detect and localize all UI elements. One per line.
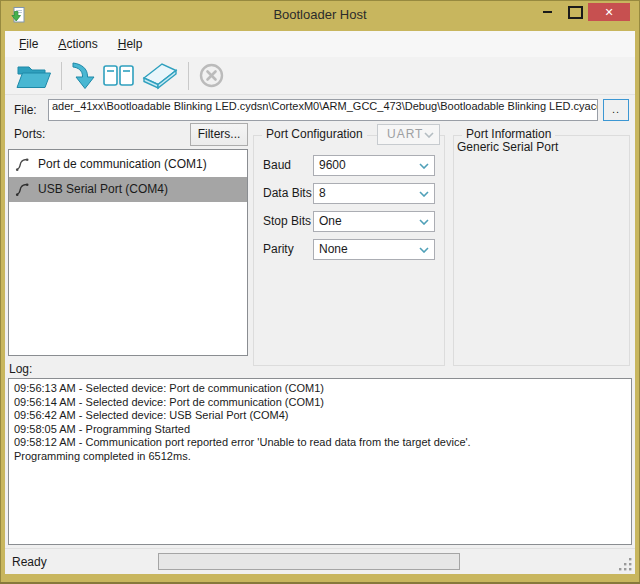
protocol-select[interactable]: UART <box>377 124 440 145</box>
chevron-down-icon <box>424 132 434 138</box>
port-item-label: Port de communication (COM1) <box>38 157 207 171</box>
serial-port-icon <box>15 182 30 197</box>
serial-port-icon <box>15 157 30 172</box>
menu-actions[interactable]: Actions <box>48 31 107 57</box>
port-information-group: Port Information Generic Serial Port <box>453 135 630 366</box>
parity-label: Parity <box>263 242 294 256</box>
progress-bar <box>158 553 460 570</box>
ports-listbox[interactable]: Port de communication (COM1) USB Serial … <box>8 149 248 356</box>
parity-select[interactable]: None <box>313 239 435 260</box>
log-label: Log: <box>9 362 32 376</box>
stop-bits-label: Stop Bits <box>263 214 311 228</box>
open-file-button[interactable] <box>13 59 55 93</box>
ports-label: Ports: <box>14 127 45 141</box>
port-item-label: USB Serial Port (COM4) <box>38 182 168 196</box>
status-bar: Ready <box>5 548 635 574</box>
abort-button[interactable] <box>195 59 228 93</box>
toolbar <box>5 57 635 95</box>
abort-icon <box>198 62 225 89</box>
toolbar-separator <box>61 62 62 90</box>
port-information-title: Port Information <box>462 127 555 141</box>
port-information-text: Generic Serial Port <box>457 140 629 154</box>
toolbar-separator <box>188 62 189 90</box>
data-bits-select[interactable]: 8 <box>313 183 435 204</box>
chevron-down-icon <box>419 163 429 169</box>
filters-button[interactable]: Filters... <box>190 123 248 146</box>
menu-file[interactable]: File <box>9 31 48 57</box>
chevron-down-icon <box>419 247 429 253</box>
maximize-button[interactable] <box>565 4 583 22</box>
log-line: 09:56:13 AM - Selected device: Port de c… <box>14 382 626 396</box>
open-folder-icon <box>16 61 52 90</box>
baud-label: Baud <box>263 158 291 172</box>
port-item-com4[interactable]: USB Serial Port (COM4) <box>9 177 247 202</box>
log-output[interactable]: 09:56:13 AM - Selected device: Port de c… <box>8 378 632 545</box>
log-line: 09:56:42 AM - Selected device: USB Seria… <box>14 409 626 423</box>
log-line: Programming completed in 6512ms. <box>14 450 626 464</box>
browse-button[interactable]: .. <box>603 99 629 121</box>
close-button[interactable]: ✕ <box>588 3 630 21</box>
program-button[interactable] <box>68 59 100 93</box>
status-text: Ready <box>12 555 47 569</box>
log-line: 09:56:14 AM - Selected device: Port de c… <box>14 396 626 410</box>
minimize-button[interactable] <box>541 4 555 22</box>
erase-button[interactable] <box>138 59 182 93</box>
baud-select[interactable]: 9600 <box>313 155 435 176</box>
log-line: 09:58:12 AM - Communication port reporte… <box>14 436 626 450</box>
file-path-input[interactable]: ader_41xx\Bootloadable Blinking LED.cyds… <box>48 99 598 121</box>
data-bits-label: Data Bits <box>263 186 312 200</box>
verify-button[interactable] <box>100 59 138 93</box>
program-arrow-icon <box>71 61 97 91</box>
eraser-icon <box>141 61 179 90</box>
app-window: Bootloader Host ✕ File Actions Help <box>0 0 640 584</box>
menu-help[interactable]: Help <box>108 31 153 57</box>
port-configuration-title: Port Configuration <box>262 127 367 141</box>
chevron-down-icon <box>419 219 429 225</box>
port-item-com1[interactable]: Port de communication (COM1) <box>9 152 247 177</box>
resize-grip-icon[interactable] <box>619 558 632 571</box>
stop-bits-select[interactable]: One <box>313 211 435 232</box>
title-bar[interactable]: Bootloader Host ✕ <box>0 0 640 31</box>
verify-documents-icon <box>103 62 135 90</box>
chevron-down-icon <box>419 191 429 197</box>
client-area: File Actions Help <box>5 31 635 574</box>
log-line: 09:58:05 AM - Programming Started <box>14 423 626 437</box>
menu-bar: File Actions Help <box>5 31 635 57</box>
file-label: File: <box>14 103 37 117</box>
